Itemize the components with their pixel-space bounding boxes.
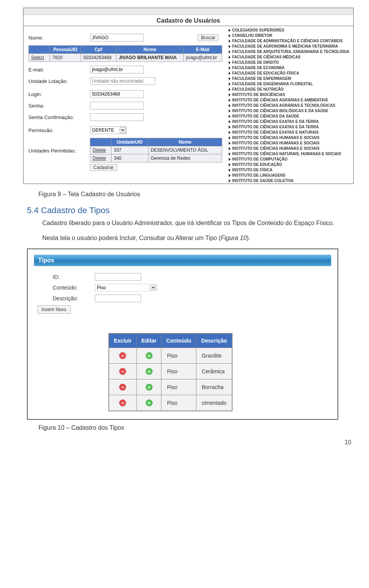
cell-nome: Gerencia de Redes bbox=[148, 154, 222, 162]
caret-right-icon bbox=[229, 88, 231, 91]
delete-icon[interactable] bbox=[119, 384, 126, 391]
tree-item[interactable]: INSTITUTO DE CIÊNCIAS DA SAÚDE bbox=[229, 114, 352, 119]
select-link[interactable]: Select bbox=[29, 54, 50, 62]
tree-item[interactable]: FACULDADE DE EDUCAÇÃO FÍSICA bbox=[229, 71, 352, 76]
input-login[interactable] bbox=[90, 90, 144, 98]
label-login: Login: bbox=[28, 91, 90, 97]
tree-item[interactable]: FACULDADE DE CIÊNCIAS MÉDICAS bbox=[229, 55, 352, 60]
input-descricao[interactable] bbox=[95, 295, 141, 302]
tree-item[interactable]: INSTITUTO DE FÍSICA bbox=[229, 167, 352, 173]
cell-descricao: Granilite bbox=[196, 348, 232, 364]
chevron-down-icon[interactable] bbox=[150, 285, 156, 291]
edit-icon[interactable] bbox=[146, 368, 153, 375]
label-email: E-mail: bbox=[28, 67, 90, 73]
table-row: Pisocimentado bbox=[109, 395, 232, 411]
label-senha: Senha: bbox=[28, 103, 90, 109]
input-id[interactable] bbox=[95, 273, 141, 281]
edit-icon[interactable] bbox=[146, 399, 153, 406]
tree-item[interactable]: INSTITUTO DE CIÊNCIAS NATURAIS, HUMANAS … bbox=[229, 151, 352, 157]
tree-item-label: INSTITUTO DE CIÊNCIAS HUMANAS E SOCIAIS bbox=[232, 141, 319, 146]
tree-item[interactable]: INSTITUTO DE CIÊNCIAS HUMANAS E SOCIAIS bbox=[229, 135, 352, 141]
tree-item-label: INSTITUTO DE CIÊNCIAS AGRÁRIAS E TECNOLÓ… bbox=[232, 103, 335, 108]
tree-item[interactable]: INSTITUTO DE CIÊNCIAS HUMANAS E SOCIAIS bbox=[229, 141, 352, 146]
delete-icon[interactable] bbox=[119, 399, 126, 406]
col-unidade-nome: Nome bbox=[148, 138, 222, 146]
tree-item[interactable]: INSTITUTO DE CIÊNCIAS AGRÁRIAS E TECNOLÓ… bbox=[229, 103, 352, 108]
tree-item[interactable]: FACULDADE DE ECONOMIA bbox=[229, 65, 352, 71]
tree-item[interactable]: FACULDADE DE NUTRIÇÃO bbox=[229, 87, 352, 92]
caret-right-icon bbox=[229, 174, 231, 177]
cell-descricao: Cerâmica bbox=[196, 364, 232, 379]
edit-icon[interactable] bbox=[146, 384, 153, 391]
tree-item[interactable]: INSTITUTO DE CIÊNCIAS EXATAS E NATURAIS bbox=[229, 130, 352, 135]
tree-item[interactable]: COLEGIADOS SUPERIORES bbox=[229, 28, 352, 33]
col-editar: Editar bbox=[136, 333, 161, 348]
tree-item[interactable]: INSTITUTO DE BIOCIÊNCIAS bbox=[229, 92, 352, 98]
tree-item[interactable]: FACULDADE DE AGRONOMIA E MEDICINA VETERI… bbox=[229, 44, 352, 49]
tree-item-label: INSTITUTO DE CIÊNCIAS AGRÁRIAS E AMBIENT… bbox=[232, 98, 328, 103]
inserir-novo-button[interactable]: Inserir Novo bbox=[37, 305, 71, 314]
caret-right-icon bbox=[229, 163, 231, 166]
tree-item-label: INSTITUTO DE CIÊNCIAS HUMANAS E SOCIAIS bbox=[232, 146, 319, 151]
page-title: Cadastro de Usuários bbox=[23, 15, 353, 26]
chevron-down-icon[interactable] bbox=[120, 127, 126, 133]
delete-link[interactable]: Delete bbox=[90, 154, 111, 162]
tree-item[interactable]: CONSELHO DIRETOR bbox=[229, 33, 352, 38]
col-conteudo: Conteúdo bbox=[161, 333, 196, 348]
cadastrar-button[interactable]: Cadastrar bbox=[90, 164, 117, 171]
caret-right-icon bbox=[229, 83, 231, 86]
cell-descricao: Borracha bbox=[196, 379, 232, 395]
tree-item[interactable]: INSTITUTO DE CIÊNCIAS AGRÁRIAS E AMBIENT… bbox=[229, 98, 352, 103]
tree-item[interactable]: INSTITUTO DE COMPUTAÇÃO bbox=[229, 157, 352, 162]
caret-right-icon bbox=[229, 66, 231, 70]
tree-item[interactable]: INSTITUTO DE CIÊNCIAS EXATAS E DA TERRA bbox=[229, 124, 352, 130]
caret-right-icon bbox=[229, 45, 231, 48]
input-nome[interactable] bbox=[90, 34, 144, 41]
tree-item[interactable]: INSTITUTO DE CIÊNCIAS BIOLÓGICAS E DA SA… bbox=[229, 108, 352, 114]
label-unidades-permitidas: Unidades Permitidas: bbox=[28, 148, 90, 154]
tree-item[interactable]: INSTITUTO DE LINGUAGENS bbox=[229, 173, 352, 178]
input-senha-conf[interactable] bbox=[90, 113, 144, 121]
tree-item[interactable]: FACULDADE DE DIREITO bbox=[229, 60, 352, 65]
caret-right-icon bbox=[229, 126, 231, 129]
input-senha[interactable] bbox=[90, 102, 144, 109]
tree-item[interactable]: INSTITUTO DE CIÊNCIAS EXATAS E DA TERRA bbox=[229, 119, 352, 124]
input-email[interactable] bbox=[90, 66, 144, 73]
tree-item[interactable]: FACULDADE DE ENGENHARIA FLORESTAL bbox=[229, 81, 352, 87]
caret-right-icon bbox=[229, 115, 231, 118]
body-paragraph-2b: ). bbox=[247, 235, 251, 241]
input-unidade-lotacao[interactable] bbox=[90, 77, 155, 85]
tree-item[interactable]: FACULDADE DE ADMINISTRAÇÃO E CIÊNCIAS CO… bbox=[229, 38, 352, 44]
tree-item-label: COLEGIADOS SUPERIORES bbox=[232, 28, 284, 33]
caret-right-icon bbox=[229, 158, 231, 161]
caret-right-icon bbox=[229, 142, 231, 145]
tipos-grid: Excluir Editar Conteúdo Descrição PisoGr… bbox=[108, 333, 233, 411]
cell-conteudo: Piso bbox=[161, 379, 196, 395]
body-paragraph-2a: Nesta tela o usuário poderá Incluir, Con… bbox=[42, 235, 221, 241]
unit-tree: COLEGIADOS SUPERIORESCONSELHO DIRETORFAC… bbox=[229, 28, 352, 184]
col-email: E-Mail bbox=[183, 46, 222, 54]
delete-icon[interactable] bbox=[119, 368, 126, 375]
screenshot-tipos: Tipos ID: Conteúdo: Descrição: Inserir N… bbox=[27, 248, 338, 420]
tree-item-label: INSTITUTO DE CIÊNCIAS EXATAS E DA TERRA bbox=[232, 119, 319, 124]
caret-right-icon bbox=[229, 120, 231, 123]
edit-icon[interactable] bbox=[146, 352, 153, 359]
delete-icon[interactable] bbox=[119, 352, 126, 359]
buscar-button[interactable]: Buscar bbox=[198, 34, 219, 41]
tree-item-label: INSTITUTO DE LINGUAGENS bbox=[232, 173, 286, 178]
tree-item[interactable]: INSTITUTO DE CIÊNCIAS HUMANAS E SOCIAIS bbox=[229, 146, 352, 151]
cell-conteudo: Piso bbox=[161, 364, 196, 379]
tree-item[interactable]: FACULDADE DE ARQUITETURA, ENGENHARIA E T… bbox=[229, 49, 352, 55]
caret-right-icon bbox=[229, 131, 231, 134]
caret-right-icon bbox=[229, 93, 231, 96]
tree-item-label: INSTITUTO DE FÍSICA bbox=[232, 167, 273, 173]
tree-item[interactable]: FACULDADE DE ENFERMAGEM bbox=[229, 76, 352, 81]
tree-item[interactable]: INSTITUTO DE SAÚDE COLETIVA bbox=[229, 178, 352, 184]
caret-right-icon bbox=[229, 40, 231, 43]
figure-caption-10: Figura 10 – Cadastro dos Tipos bbox=[38, 424, 354, 431]
tree-item[interactable]: INSTITUTO DE EDUCAÇÃO bbox=[229, 162, 352, 167]
select-conteudo[interactable] bbox=[95, 284, 149, 292]
tree-item-label: INSTITUTO DE CIÊNCIAS EXATAS E DA TERRA bbox=[232, 124, 319, 130]
tree-item-label: FACULDADE DE NUTRIÇÃO bbox=[232, 87, 284, 92]
delete-link[interactable]: Delete bbox=[90, 146, 111, 154]
